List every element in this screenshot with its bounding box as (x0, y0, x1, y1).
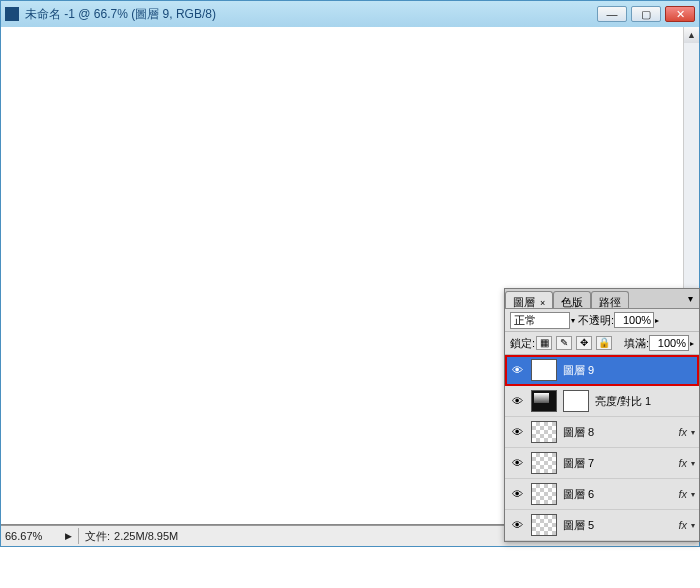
window-title: 未命名 -1 @ 66.7% (圖層 9, RGB/8) (25, 6, 597, 23)
layer-name[interactable]: 圖層 5 (563, 518, 678, 533)
lock-label: 鎖定: (510, 336, 535, 351)
scroll-up-icon[interactable]: ▲ (684, 27, 699, 43)
layer-row[interactable]: 👁圖層 5fx▾ (505, 510, 699, 541)
visibility-eye-icon[interactable]: 👁 (509, 517, 525, 533)
chevron-down-icon[interactable]: ▾ (691, 428, 695, 437)
visibility-eye-icon[interactable]: 👁 (509, 486, 525, 502)
fx-badge[interactable]: fx (678, 457, 687, 469)
visibility-eye-icon[interactable]: 👁 (509, 455, 525, 471)
visibility-eye-icon[interactable]: 👁 (509, 393, 525, 409)
layer-thumbnail[interactable] (531, 483, 557, 505)
maximize-button[interactable]: ▢ (631, 6, 661, 22)
window-controls: — ▢ ✕ (597, 6, 695, 22)
layer-list: 👁圖層 9👁亮度/對比 1👁圖層 8fx▾👁圖層 7fx▾👁圖層 6fx▾👁圖層… (505, 355, 699, 541)
layer-thumbnail[interactable] (531, 390, 557, 412)
layer-thumbnail[interactable] (531, 452, 557, 474)
close-button[interactable]: ✕ (665, 6, 695, 22)
tab-paths[interactable]: 路徑 (591, 291, 629, 308)
tab-layers[interactable]: 圖層 × (505, 291, 553, 308)
layer-name[interactable]: 圖層 8 (563, 425, 678, 440)
fx-badge[interactable]: fx (678, 519, 687, 531)
filesize-value: 2.25M/8.95M (114, 530, 178, 542)
layer-name[interactable]: 圖層 6 (563, 487, 678, 502)
panel-menu-icon[interactable]: ▾ (681, 289, 699, 308)
visibility-eye-icon[interactable]: 👁 (509, 362, 525, 378)
blend-opacity-row: 正常 ▾ 不透明: ▸ (505, 309, 699, 332)
divider (78, 528, 79, 544)
lock-position-icon[interactable]: ✥ (576, 336, 592, 350)
lock-fill-row: 鎖定: ▦ ✎ ✥ 🔒 填滿: ▸ (505, 332, 699, 355)
fx-badge[interactable]: fx (678, 488, 687, 500)
layer-name[interactable]: 亮度/對比 1 (595, 394, 695, 409)
close-icon[interactable]: × (540, 298, 545, 308)
layer-row[interactable]: 👁圖層 9 (505, 355, 699, 386)
opacity-label: 不透明: (578, 313, 614, 328)
layer-thumbnail[interactable] (531, 421, 557, 443)
zoom-menu-icon[interactable]: ▶ (65, 531, 72, 541)
chevron-down-icon[interactable]: ▾ (571, 316, 575, 325)
layer-name[interactable]: 圖層 7 (563, 456, 678, 471)
layer-name[interactable]: 圖層 9 (563, 363, 695, 378)
lock-icons: ▦ ✎ ✥ 🔒 (535, 336, 612, 350)
blend-mode-select[interactable]: 正常 (510, 312, 570, 329)
fill-input[interactable] (649, 335, 689, 351)
layer-row[interactable]: 👁圖層 8fx▾ (505, 417, 699, 448)
layer-row[interactable]: 👁圖層 7fx▾ (505, 448, 699, 479)
chevron-down-icon[interactable]: ▾ (691, 459, 695, 468)
chevron-down-icon[interactable]: ▸ (690, 339, 694, 348)
lock-pixels-icon[interactable]: ✎ (556, 336, 572, 350)
tab-channels[interactable]: 色版 (553, 291, 591, 308)
minimize-button[interactable]: — (597, 6, 627, 22)
chevron-down-icon[interactable]: ▾ (691, 490, 695, 499)
lock-all-icon[interactable]: 🔒 (596, 336, 612, 350)
app-icon (5, 7, 19, 21)
layer-row[interactable]: 👁圖層 6fx▾ (505, 479, 699, 510)
lock-transparent-icon[interactable]: ▦ (536, 336, 552, 350)
filesize-label: 文件: (85, 529, 110, 544)
opacity-input[interactable] (614, 312, 654, 328)
visibility-eye-icon[interactable]: 👁 (509, 424, 525, 440)
panel-tabs: 圖層 × 色版 路徑 ▾ (505, 289, 699, 309)
tab-layers-label: 圖層 (513, 296, 535, 308)
fill-label: 填滿: (624, 336, 649, 351)
chevron-down-icon[interactable]: ▾ (691, 521, 695, 530)
layer-thumbnail[interactable] (531, 514, 557, 536)
layer-thumbnail[interactable] (531, 359, 557, 381)
layers-panel: 圖層 × 色版 路徑 ▾ 正常 ▾ 不透明: ▸ 鎖定: ▦ ✎ ✥ 🔒 填滿:… (504, 288, 700, 542)
layer-mask-thumbnail[interactable] (563, 390, 589, 412)
fx-badge[interactable]: fx (678, 426, 687, 438)
layer-row[interactable]: 👁亮度/對比 1 (505, 386, 699, 417)
titlebar[interactable]: 未命名 -1 @ 66.7% (圖層 9, RGB/8) — ▢ ✕ (1, 1, 699, 27)
zoom-value[interactable]: 66.67% (5, 530, 61, 542)
chevron-down-icon[interactable]: ▸ (655, 316, 659, 325)
